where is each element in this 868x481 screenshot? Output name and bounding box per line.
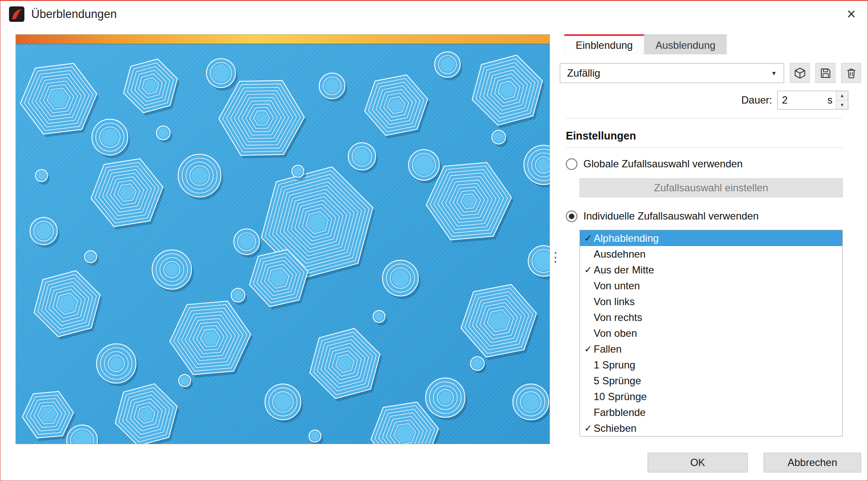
check-icon: ✓ — [580, 233, 594, 244]
spin-down-icon[interactable]: ▼ — [836, 100, 848, 110]
tab-einblendung[interactable]: Einblendung — [564, 34, 644, 54]
titlebar: Überblendungen — [0, 1, 868, 27]
duration-input[interactable] — [778, 91, 809, 109]
duration-label: Dauer: — [741, 94, 772, 106]
list-item[interactable]: Von unten — [580, 278, 842, 294]
list-item[interactable]: Von rechts — [580, 309, 842, 325]
list-item[interactable]: 10 Sprünge — [580, 389, 842, 404]
preview-image — [16, 35, 550, 444]
duration-spinner: ▲ ▼ — [836, 91, 848, 109]
spin-up-icon[interactable]: ▲ — [836, 91, 848, 100]
tab-bar: Einblendung Ausblendung — [564, 34, 861, 54]
trash-icon — [845, 67, 858, 80]
ok-button[interactable]: OK — [648, 453, 748, 472]
global-random-radio[interactable] — [566, 158, 577, 170]
divider — [566, 147, 842, 148]
global-random-option: Globale Zufallsauswahl verwenden — [566, 158, 861, 170]
app-icon — [9, 6, 24, 22]
cube-icon — [794, 67, 806, 80]
random-cube-button[interactable] — [790, 63, 810, 83]
list-item[interactable]: Ausdehnen — [580, 246, 842, 262]
transition-listbox: ✓ Alphablending Ausdehnen ✓ Aus der Mitt… — [580, 230, 843, 436]
preset-value: Zufällig — [567, 67, 600, 79]
duration-unit: s — [827, 94, 832, 106]
transition-preview — [15, 34, 550, 444]
check-icon: ✓ — [580, 344, 594, 355]
individual-random-label[interactable]: Individuelle Zufallsauswahl verwenden — [583, 210, 759, 222]
individual-random-option: Individuelle Zufallsauswahl verwenden — [566, 210, 861, 222]
list-item[interactable]: 1 Sprung — [580, 357, 842, 373]
check-icon: ✓ — [580, 423, 594, 434]
list-item[interactable]: ✓ Fallen — [580, 341, 842, 357]
cancel-button[interactable]: Abbrechen — [764, 453, 861, 472]
individual-random-radio[interactable] — [566, 211, 577, 222]
save-button[interactable] — [815, 63, 835, 83]
transitions-dialog: Überblendungen × ⋮ Einblendung — [0, 0, 868, 481]
configure-random-button[interactable]: Zufallsauswahl einstellen — [580, 178, 843, 197]
list-item[interactable]: ✓ Schieben — [580, 420, 842, 436]
tab-ausblendung[interactable]: Ausblendung — [644, 34, 726, 54]
settings-panel: Einblendung Ausblendung Zufällig ▼ — [560, 34, 861, 436]
list-item[interactable]: Von oben — [580, 325, 842, 341]
chevron-down-icon: ▼ — [771, 70, 777, 77]
preset-row: Zufällig ▼ — [560, 63, 861, 83]
list-item[interactable]: 5 Sprünge — [580, 373, 842, 389]
floppy-disk-icon — [819, 67, 832, 80]
delete-button[interactable] — [841, 63, 861, 83]
global-random-label[interactable]: Globale Zufallsauswahl verwenden — [583, 158, 743, 170]
transition-preset-dropdown[interactable]: Zufällig ▼ — [560, 63, 784, 83]
list-item[interactable]: Von links — [580, 294, 842, 309]
check-icon: ✓ — [580, 264, 594, 276]
splitter-handle[interactable]: ⋮ — [552, 243, 559, 270]
list-item[interactable]: ✓ Alphablending — [580, 230, 842, 246]
list-item[interactable]: Farbblende — [580, 404, 842, 420]
duration-input-group: s ▲ ▼ — [777, 91, 848, 110]
settings-heading: Einstellungen — [566, 130, 861, 142]
duration-row: Dauer: s ▲ ▼ — [560, 91, 848, 110]
close-icon[interactable]: × — [840, 3, 862, 25]
dialog-title: Überblendungen — [31, 8, 117, 21]
divider — [566, 118, 842, 119]
list-item[interactable]: ✓ Aus der Mitte — [580, 262, 842, 278]
